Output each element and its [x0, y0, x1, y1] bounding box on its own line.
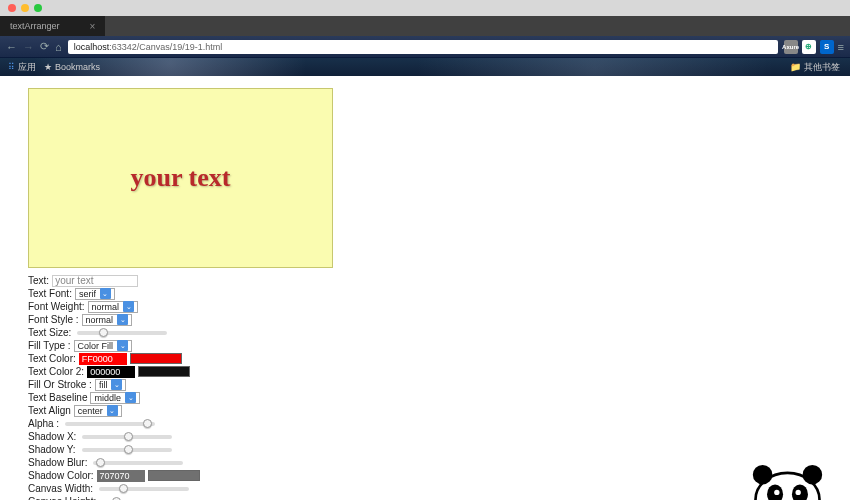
svg-point-5: [774, 490, 779, 495]
menu-icon[interactable]: ≡: [838, 41, 844, 53]
extension-icons: Axure ⊕ S ≡: [784, 40, 844, 54]
chevron-down-icon: ⌄: [111, 379, 122, 390]
canvaswidth-label: Canvas Width:: [28, 483, 93, 494]
filltype-label: Fill Type :: [28, 340, 71, 351]
style-select[interactable]: normal⌄: [82, 314, 133, 326]
filltype-select[interactable]: Color Fill⌄: [74, 340, 133, 352]
minimize-window-icon[interactable]: [21, 4, 29, 12]
color-swatch: [130, 353, 182, 364]
alpha-label: Alpha :: [28, 418, 59, 429]
baseline-select[interactable]: middle⌄: [90, 392, 140, 404]
browser-address-bar: ← → ⟳ ⌂ localhost:63342/Canvas/19/19-1.h…: [0, 36, 850, 58]
chevron-down-icon: ⌄: [123, 301, 134, 312]
bookmark-item[interactable]: ★Bookmarks: [44, 62, 100, 72]
color2-label: Text Color 2:: [28, 366, 84, 377]
text-input[interactable]: [52, 275, 138, 287]
shadowcolor-input[interactable]: 707070: [97, 470, 145, 482]
apps-shortcut[interactable]: ⠿应用: [8, 61, 36, 74]
extension-icon[interactable]: ⊕: [802, 40, 816, 54]
browser-tab[interactable]: textArranger ×: [0, 16, 105, 36]
shadowblur-slider[interactable]: [93, 461, 183, 465]
home-icon[interactable]: ⌂: [55, 41, 62, 53]
chevron-down-icon: ⌄: [100, 288, 111, 299]
text-label: Text:: [28, 275, 49, 286]
chevron-down-icon: ⌄: [107, 405, 118, 416]
maximize-window-icon[interactable]: [34, 4, 42, 12]
chevron-down-icon: ⌄: [117, 314, 128, 325]
macos-window-controls: [0, 0, 850, 16]
close-tab-icon[interactable]: ×: [90, 21, 96, 32]
color-input[interactable]: FF0000: [79, 353, 127, 365]
shadowcolor-swatch: [148, 470, 200, 481]
other-bookmarks[interactable]: 📁其他书签: [790, 61, 840, 74]
canvas-text: your text: [131, 163, 231, 193]
page-content: your text Text: Text Font:serif⌄ Font We…: [0, 76, 850, 500]
bookmark-bar: ⠿应用 ★Bookmarks 📁其他书签: [0, 58, 850, 76]
browser-tab-bar: textArranger ×: [0, 16, 850, 36]
shadowx-slider[interactable]: [82, 435, 172, 439]
tab-title: textArranger: [10, 21, 60, 31]
shadowy-slider[interactable]: [82, 448, 172, 452]
shadowblur-label: Shadow Blur:: [28, 457, 87, 468]
weight-label: Font Weight:: [28, 301, 85, 312]
back-icon[interactable]: ←: [6, 41, 17, 53]
baseline-label: Text Baseline: [28, 392, 87, 403]
canvas-preview: your text: [28, 88, 333, 268]
style-label: Font Style :: [28, 314, 79, 325]
svg-point-2: [803, 465, 823, 485]
url-host: localhost: [74, 42, 110, 52]
extension-axure-icon[interactable]: Axure: [784, 40, 798, 54]
controls-panel: Text: Text Font:serif⌄ Font Weight:norma…: [28, 274, 822, 500]
alpha-slider[interactable]: [65, 422, 155, 426]
close-window-icon[interactable]: [8, 4, 16, 12]
color2-input[interactable]: 000000: [87, 366, 135, 378]
align-select[interactable]: center⌄: [74, 405, 122, 417]
shadowx-label: Shadow X:: [28, 431, 76, 442]
align-label: Text Align: [28, 405, 71, 416]
reload-icon[interactable]: ⟳: [40, 40, 49, 53]
svg-point-1: [753, 465, 773, 485]
url-path: :63342/Canvas/19/19-1.html: [109, 42, 222, 52]
chevron-down-icon: ⌄: [117, 340, 128, 351]
shadowcolor-label: Shadow Color:: [28, 470, 94, 481]
url-input[interactable]: localhost:63342/Canvas/19/19-1.html: [68, 40, 778, 54]
fos-select[interactable]: fill⌄: [95, 379, 127, 391]
font-select[interactable]: serif⌄: [75, 288, 115, 300]
size-slider[interactable]: [77, 331, 167, 335]
canvasheight-label: Canvas Height:: [28, 496, 96, 500]
shadowy-label: Shadow Y:: [28, 444, 76, 455]
color2-swatch: [138, 366, 190, 377]
font-label: Text Font:: [28, 288, 72, 299]
size-label: Text Size:: [28, 327, 71, 338]
canvaswidth-slider[interactable]: [99, 487, 189, 491]
panda-mascot-icon: [740, 448, 835, 500]
forward-icon[interactable]: →: [23, 41, 34, 53]
chevron-down-icon: ⌄: [125, 392, 136, 403]
weight-select[interactable]: normal⌄: [88, 301, 139, 313]
svg-point-6: [796, 490, 801, 495]
fos-label: Fill Or Stroke :: [28, 379, 92, 390]
color-label: Text Color:: [28, 353, 76, 364]
extension-s-icon[interactable]: S: [820, 40, 834, 54]
